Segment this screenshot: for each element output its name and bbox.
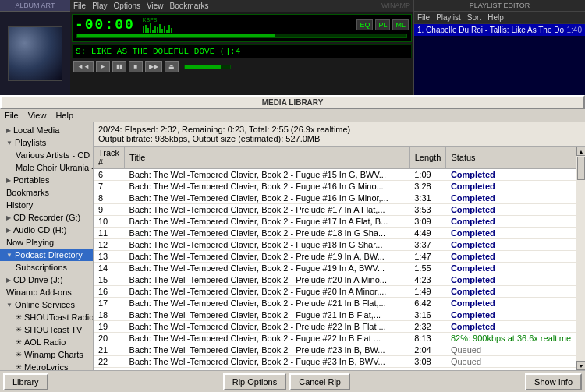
- pl-btn[interactable]: PL: [375, 19, 390, 30]
- table-row[interactable]: 9 Bach: The Well-Tempered Clavier, Book …: [94, 204, 576, 216]
- media-lib-menu-file[interactable]: File: [5, 111, 19, 120]
- cell-status: Completed: [446, 298, 576, 309]
- playlist-item[interactable]: 1. Chapelle Du Roi - Tallis: Like As The…: [414, 24, 585, 36]
- table-row[interactable]: 13 Bach: The Well-Tempered Clavier, Book…: [94, 251, 576, 263]
- sidebar-item-podcast-directory[interactable]: ▼ Podcast Directory: [0, 249, 93, 261]
- scroll-track[interactable]: [576, 156, 585, 361]
- table-row[interactable]: 16 Bach: The Well-Tempered Clavier, Book…: [94, 286, 576, 298]
- col-track[interactable]: Track #: [94, 147, 125, 169]
- arrow-icon: ▼: [6, 302, 12, 309]
- sidebar-item-cd-drive-label: CD Drive (J:): [13, 275, 63, 284]
- cell-title: Bach: The Well-Tempered Clavier, Book 2 …: [125, 181, 410, 192]
- cell-track: 17: [94, 298, 125, 309]
- player-menu-options[interactable]: Options: [114, 2, 140, 10]
- cancel-rip-button[interactable]: Cancel Rip: [289, 373, 350, 390]
- table-row[interactable]: 15 Bach: The Well-Tempered Clavier, Book…: [94, 274, 576, 286]
- media-lib-menu-help[interactable]: Help: [55, 111, 73, 120]
- sidebar-item-subscriptions[interactable]: Subscriptions: [0, 261, 93, 274]
- playlist-menubar: File Playlist Sort Help: [414, 12, 585, 24]
- album-art-header: ALBUM ART: [0, 0, 70, 12]
- playlist-menu-file[interactable]: File: [417, 13, 430, 22]
- playlist-menu-help[interactable]: Help: [488, 13, 504, 22]
- table-row[interactable]: 21 Bach: The Well-Tempered Clavier, Book…: [94, 344, 576, 356]
- play-btn[interactable]: ►: [96, 61, 110, 72]
- eq-btn[interactable]: EQ: [356, 19, 373, 30]
- prev-btn[interactable]: ◄◄: [73, 61, 94, 72]
- rip-options-button[interactable]: Rip Options: [223, 373, 286, 390]
- col-title[interactable]: Title: [125, 147, 410, 169]
- cell-length: 3:09: [410, 216, 446, 228]
- rip-table-body: 6 Bach: The Well-Tempered Clavier, Book …: [94, 169, 576, 371]
- playlist-menu-playlist[interactable]: Playlist: [436, 13, 461, 22]
- show-info-button[interactable]: Show Info: [525, 373, 582, 390]
- sidebar-item-cd-recorder[interactable]: ▶ CD Recorder (G:): [0, 211, 93, 224]
- cell-title: Bach: The Well-Tempered Clavier, Book 2 …: [125, 192, 410, 204]
- table-row[interactable]: 8 Bach: The Well-Tempered Clavier, Book …: [94, 192, 576, 204]
- ml-btn[interactable]: ML: [392, 19, 409, 30]
- sidebar-item-online-services[interactable]: ▼ Online Services: [0, 298, 93, 311]
- player-title: WINAMP: [381, 2, 410, 10]
- media-lib-menu-view[interactable]: View: [28, 111, 47, 120]
- table-row[interactable]: 7 Bach: The Well-Tempered Clavier, Book …: [94, 181, 576, 192]
- progress-bar[interactable]: [76, 34, 407, 38]
- arrow-icon: ▶: [6, 127, 11, 134]
- cell-track: 13: [94, 251, 125, 263]
- sidebar-item-shoutcast-tv[interactable]: ☀ SHOUTcast TV: [0, 323, 93, 336]
- sidebar-item-history[interactable]: History: [0, 199, 93, 211]
- sidebar-item-winamp-charts[interactable]: ☀ Winamp Charts: [0, 348, 93, 361]
- sidebar-item-audio-cd[interactable]: ▶ Audio CD (H:): [0, 224, 93, 236]
- next-btn[interactable]: ▶▶: [145, 61, 162, 72]
- player-menu-play[interactable]: Play: [92, 2, 107, 10]
- sidebar-item-metrolyrics[interactable]: ☀ MetroLyrics: [0, 361, 93, 370]
- player-display: -00:00 KBPS: [72, 14, 412, 42]
- table-row[interactable]: 11 Bach: The Well-Tempered Clavier, Book…: [94, 228, 576, 239]
- cell-status: Completed: [446, 263, 576, 274]
- col-length[interactable]: Length: [410, 147, 446, 169]
- scroll-down-btn[interactable]: ▼: [576, 361, 585, 370]
- cell-length: 3:37: [410, 239, 446, 251]
- scroll-thumb[interactable]: [577, 157, 585, 180]
- player-menu-bookmarks[interactable]: Bookmarks: [170, 2, 209, 10]
- rip-table-container[interactable]: Track # Title Length Status 6 Bach: The …: [94, 147, 576, 370]
- sidebar-item-portables[interactable]: ▶ Portables: [0, 174, 93, 186]
- scrollbar[interactable]: ▲ ▼: [576, 147, 585, 370]
- cell-track: 20: [94, 333, 125, 344]
- playlist-menu-sort[interactable]: Sort: [467, 13, 481, 22]
- stop-btn[interactable]: ■: [129, 61, 143, 72]
- table-row[interactable]: 19 Bach: The Well-Tempered Clavier, Book…: [94, 321, 576, 333]
- rip-table: Track # Title Length Status 6 Bach: The …: [94, 147, 576, 370]
- scroll-up-btn[interactable]: ▲: [576, 147, 585, 156]
- col-status[interactable]: Status: [446, 147, 576, 169]
- sidebar-item-local-media[interactable]: ▶ Local Media: [0, 124, 93, 136]
- table-row[interactable]: 20 Bach: The Well-Tempered Clavier, Book…: [94, 333, 576, 344]
- table-row[interactable]: 14 Bach: The Well-Tempered Clavier, Book…: [94, 263, 576, 274]
- sidebar-item-shoutcast-radio[interactable]: ☀ SHOUTcast Radio: [0, 311, 93, 323]
- eject-btn[interactable]: ⏏: [165, 61, 179, 72]
- sidebar-item-now-playing[interactable]: Now Playing: [0, 236, 93, 249]
- table-row[interactable]: 12 Bach: The Well-Tempered Clavier, Book…: [94, 239, 576, 251]
- sidebar-item-male-choir[interactable]: Male Choir Ukrania -: [0, 161, 93, 174]
- sidebar-item-bookmarks[interactable]: Bookmarks: [0, 186, 93, 199]
- table-row[interactable]: 10 Bach: The Well-Tempered Clavier, Book…: [94, 216, 576, 228]
- pause-btn[interactable]: ▮▮: [112, 61, 126, 72]
- table-row[interactable]: 6 Bach: The Well-Tempered Clavier, Book …: [94, 169, 576, 181]
- player-menu-view[interactable]: View: [147, 2, 164, 10]
- cell-length: 2:32: [410, 321, 446, 333]
- sidebar-item-cd-drive[interactable]: ▶ CD Drive (J:): [0, 274, 93, 286]
- sidebar-item-winamp-addons-label: Winamp Add-ons: [6, 288, 72, 297]
- sidebar-item-playlists[interactable]: ▼ Playlists: [0, 136, 93, 149]
- cell-track: 12: [94, 239, 125, 251]
- player-menu-file[interactable]: File: [73, 2, 86, 10]
- cell-title: Bach: The Well-Tempered Clavier, Book 2 …: [125, 321, 410, 333]
- sidebar-item-aol-radio[interactable]: ☀ AOL Radio: [0, 336, 93, 348]
- cell-track: 11: [94, 228, 125, 239]
- album-art-content: [0, 12, 70, 95]
- table-row[interactable]: 18 Bach: The Well-Tempered Clavier, Book…: [94, 309, 576, 321]
- sidebar-item-winamp-addons[interactable]: Winamp Add-ons: [0, 286, 93, 298]
- sidebar-item-various-artists[interactable]: Various Artists - CD: [0, 149, 93, 161]
- library-button[interactable]: Library: [3, 373, 48, 390]
- content-area: ▶ Local Media ▼ Playlists Various Artist…: [0, 122, 585, 370]
- volume-bar[interactable]: [184, 65, 231, 69]
- table-row[interactable]: 17 Bach: The Well-Tempered Clavier, Book…: [94, 298, 576, 309]
- table-row[interactable]: 22 Bach: The Well-Tempered Clavier, Book…: [94, 356, 576, 368]
